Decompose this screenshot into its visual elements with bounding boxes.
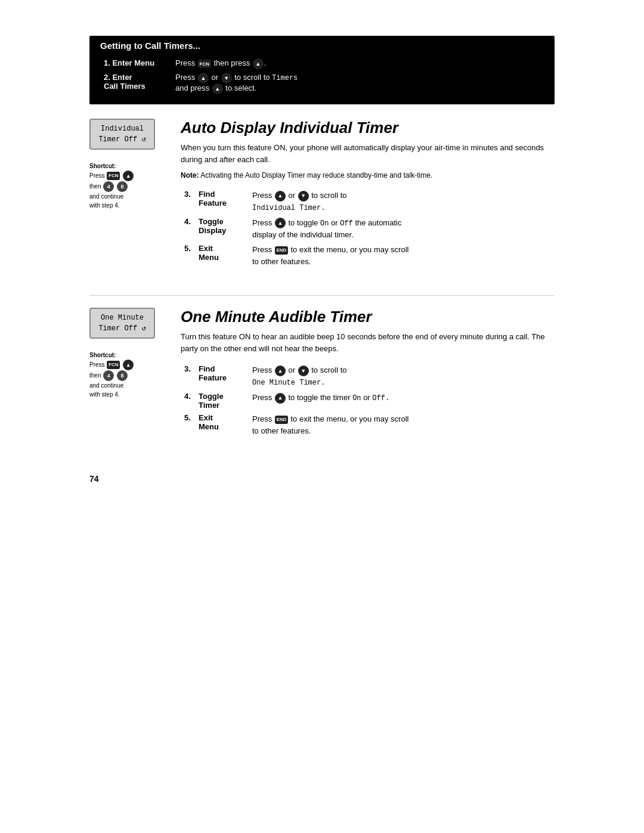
section2-right: One Minute Audible Timer Turn this featu…: [170, 308, 555, 438]
s2-step3-desc: Press ▲ or ▼ to scroll to One Minute Tim…: [249, 363, 555, 390]
shortcut2-title: Shortcut:: [89, 351, 134, 360]
lcd1-line1: Individual: [101, 125, 144, 133]
note1-text: Activating the Auto Display Timer may re…: [199, 171, 433, 179]
s2-step4-row: 4. ToggleTimer Press ▲ to toggle the tim…: [181, 390, 555, 411]
section2-desc: Turn this feature ON to hear an audible …: [181, 331, 555, 354]
step4-row: 4. ToggleDisplay Press ▲ to toggle On or…: [181, 215, 555, 243]
section1-note: Note: Activating the Auto Display Timer …: [181, 170, 555, 181]
s2s5-end: END: [275, 416, 288, 424]
up2-btn-icon: ▲: [198, 73, 209, 83]
sh2-4: 4: [103, 370, 114, 381]
sh1-4: 4: [103, 181, 114, 192]
s2s3-up: ▲: [275, 366, 286, 376]
step3-desc: Press ▲ or ▼ to scroll to Individual Tim…: [249, 188, 555, 215]
sh1-fcn: FCN: [107, 172, 120, 180]
down2-btn-icon: ▼: [221, 73, 232, 83]
section1-left: Individual Timer Off ↺ Shortcut: Press F…: [89, 119, 170, 210]
section-one-minute: One Minute Timer Off ↺ Shortcut: Press F…: [89, 308, 555, 438]
s4-up: ▲: [275, 218, 286, 228]
sh2-up: ▲: [123, 360, 134, 370]
note1-label: Note:: [181, 171, 199, 179]
step4-num: 4.: [181, 215, 195, 243]
section2-steps: 3. FindFeature Press ▲ or ▼ to scroll to…: [181, 363, 555, 438]
sh2-fcn: FCN: [107, 361, 120, 369]
getting-box-steps: 1. Enter Menu Press FCN then press ▲. 2.…: [100, 57, 544, 96]
s2-step3-num: 3.: [181, 363, 195, 390]
select-btn-icon: ▲: [212, 83, 223, 94]
step2-label: 2. EnterCall Timers: [100, 71, 172, 96]
page: Getting to Call Timers... 1. Enter Menu …: [0, 0, 644, 833]
section2-left: One Minute Timer Off ↺ Shortcut: Press F…: [89, 308, 170, 399]
s2-step4-name: ToggleTimer: [195, 390, 249, 411]
section1-lcd: Individual Timer Off ↺: [89, 119, 155, 150]
s2-step4-num: 4.: [181, 390, 195, 411]
section1-desc: When you turn this feature ON, your phon…: [181, 142, 555, 165]
s2s3-mono: One Minute Timer.: [252, 379, 325, 387]
s2-step5-desc: Press END to exit the menu, or you may s…: [249, 411, 555, 438]
section1-right: Auto Display Individual Timer When you t…: [170, 119, 555, 269]
s3-up: ▲: [275, 191, 286, 202]
step3-row: 3. FindFeature Press ▲ or ▼ to scroll to…: [181, 188, 555, 215]
section2-lcd: One Minute Timer Off ↺: [89, 308, 155, 339]
section-divider: [89, 295, 555, 296]
s2-step5-num: 5.: [181, 411, 195, 438]
step5-row: 5. ExitMenu Press END to exit the menu, …: [181, 242, 555, 269]
getting-step-2: 2. EnterCall Timers Press ▲ or ▼ to scro…: [100, 71, 544, 96]
s5-end: END: [275, 246, 288, 255]
section1-shortcut: Shortcut: Press FCN ▲ then 4 8 and conti…: [89, 162, 134, 210]
s2s3-down: ▼: [298, 366, 309, 376]
section2-title: One Minute Audible Timer: [181, 308, 555, 326]
section2-shortcut: Shortcut: Press FCN ▲ then 4 8 and conti…: [89, 351, 134, 399]
step2-desc: Press ▲ or ▼ to scroll to Timers and pre…: [172, 71, 544, 96]
section1-title: Auto Display Individual Timer: [181, 119, 555, 137]
page-number: 74: [89, 474, 99, 484]
getting-step-1: 1. Enter Menu Press FCN then press ▲.: [100, 57, 544, 71]
step5-desc: Press END to exit the menu, or you may s…: [249, 242, 555, 269]
sh1-8: 8: [117, 181, 128, 192]
getting-box-title: Getting to Call Timers...: [100, 41, 544, 51]
step3-num: 3.: [181, 188, 195, 215]
content-area: Getting to Call Timers... 1. Enter Menu …: [89, 36, 555, 484]
shortcut1-title: Shortcut:: [89, 162, 134, 171]
lcd2-line2: Timer Off ↺: [98, 324, 145, 333]
step5-num: 5.: [181, 242, 195, 269]
s3-mono: Individual Timer.: [252, 204, 325, 212]
step3-name: FindFeature: [195, 188, 249, 215]
s3-down: ▼: [298, 191, 309, 202]
lcd2-line1: One Minute: [101, 314, 144, 322]
s2-step5-name: ExitMenu: [195, 411, 249, 438]
lcd1-line2: Timer Off ↺: [98, 135, 145, 144]
step5-name: ExitMenu: [195, 242, 249, 269]
s2-step3-name: FindFeature: [195, 363, 249, 390]
s2-step5-row: 5. ExitMenu Press END to exit the menu, …: [181, 411, 555, 438]
getting-box: Getting to Call Timers... 1. Enter Menu …: [89, 36, 555, 104]
sh2-8: 8: [117, 370, 128, 381]
step1-desc: Press FCN then press ▲.: [172, 57, 544, 71]
s2-step3-row: 3. FindFeature Press ▲ or ▼ to scroll to…: [181, 363, 555, 390]
section1-steps: 3. FindFeature Press ▲ or ▼ to scroll to…: [181, 188, 555, 269]
step1-num: 1. Enter Menu: [100, 57, 172, 71]
s2-step4-desc: Press ▲ to toggle the timer On or Off.: [249, 390, 555, 411]
sh1-up: ▲: [123, 171, 134, 181]
s2s4-up: ▲: [275, 393, 286, 404]
up-btn-icon: ▲: [253, 58, 264, 69]
section-auto-display: Individual Timer Off ↺ Shortcut: Press F…: [89, 119, 555, 269]
fcn-btn-icon: FCN: [198, 60, 211, 68]
step4-desc: Press ▲ to toggle On or Off the automati…: [249, 215, 555, 243]
step4-name: ToggleDisplay: [195, 215, 249, 243]
